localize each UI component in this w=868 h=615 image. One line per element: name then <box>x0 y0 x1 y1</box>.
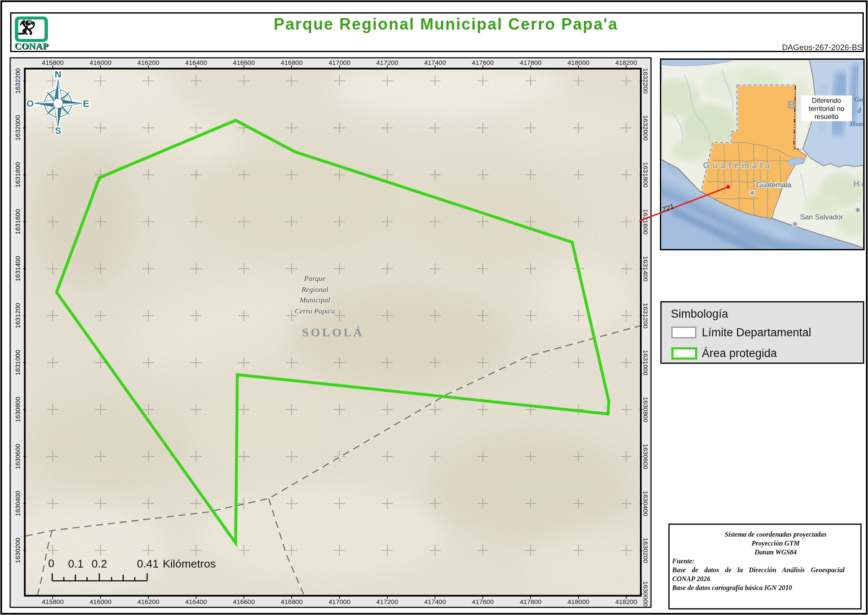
svg-text:721: 721 <box>661 202 675 214</box>
